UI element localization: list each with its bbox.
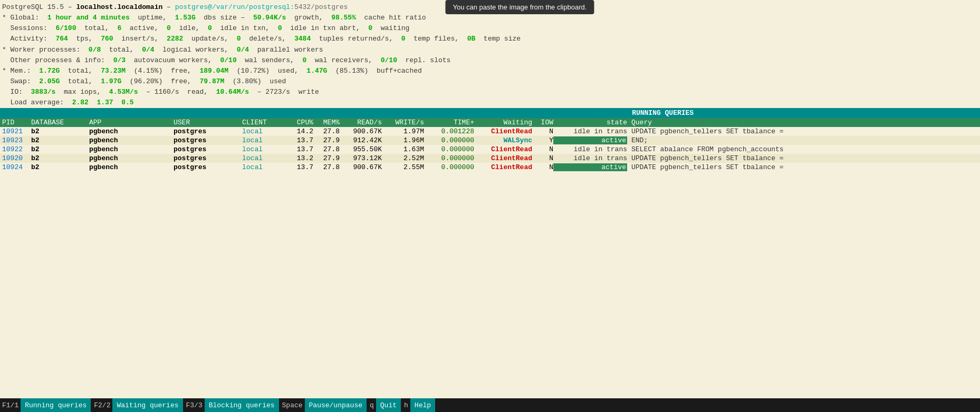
tooltip-text: You can paste the image from the clipboa… xyxy=(453,3,587,11)
table-row[interactable]: 10920b2pgbenchpostgreslocal13.227.9973.1… xyxy=(0,154,980,163)
cell-state: active xyxy=(553,163,627,171)
bottom-item-f3[interactable]: F3/3 Blocking queries xyxy=(184,398,280,412)
cell-iow: Y xyxy=(532,136,553,144)
cell-client: local xyxy=(242,154,284,162)
cell-query: UPDATE pgbench_tellers SET tbalance = xyxy=(627,163,944,171)
cell-time: 0.000000 xyxy=(424,145,474,153)
col-read: READ/s xyxy=(340,119,382,126)
table-body: 10921b2pgbenchpostgreslocal14.227.8900.6… xyxy=(0,127,980,172)
cell-write: 1.63M xyxy=(382,145,424,153)
cell-state: idle in trans xyxy=(553,154,627,162)
cell-cpu: 13.2 xyxy=(284,154,313,162)
key-q: q xyxy=(368,401,376,409)
cell-pid[interactable]: 10920 xyxy=(2,154,31,162)
cell-state: active xyxy=(553,136,627,144)
cell-waiting: WALSync xyxy=(474,136,532,144)
cell-cpu: 13.7 xyxy=(284,145,313,153)
cell-client: local xyxy=(242,136,284,144)
key-h: h xyxy=(402,401,410,409)
header-line5: * Worker processes: 0/8 total, 0/4 logic… xyxy=(0,45,980,55)
table-row[interactable]: 10922b2pgbenchpostgreslocal13.727.8955.5… xyxy=(0,145,980,154)
cell-waiting: ClientRead xyxy=(474,163,532,171)
col-state: state xyxy=(553,119,627,126)
cell-user: postgres xyxy=(174,136,242,144)
cell-pid[interactable]: 10923 xyxy=(2,136,31,144)
table-section-title: RUNNING QUERIES xyxy=(0,108,980,118)
bottom-item-q[interactable]: q Quit xyxy=(368,398,402,412)
header-line9: IO: 3883/s max iops, 4.53M/s – 1160/s re… xyxy=(0,87,980,97)
cell-read: 912.42K xyxy=(340,136,382,144)
col-time: TIME+ xyxy=(424,119,474,126)
label-blocking-queries: Blocking queries xyxy=(205,398,279,412)
table-row[interactable]: 10923b2pgbenchpostgreslocal13.727.9912.4… xyxy=(0,136,980,145)
bottom-bar: F1/1 Running queries F2/2 Waiting querie… xyxy=(0,398,980,412)
cell-mem: 27.9 xyxy=(313,154,340,162)
header-line2: * Global: 1 hour and 4 minutes uptime, 1… xyxy=(0,13,980,23)
cell-iow: N xyxy=(532,145,553,153)
cell-pid[interactable]: 10924 xyxy=(2,163,31,171)
table-row[interactable]: 10924b2pgbenchpostgreslocal13.727.8900.6… xyxy=(0,163,980,172)
cell-mem: 27.8 xyxy=(313,163,340,171)
label-running-queries: Running queries xyxy=(21,398,91,412)
cell-app: pgbench xyxy=(89,127,174,135)
cell-user: postgres xyxy=(174,154,242,162)
cell-read: 900.67K xyxy=(340,163,382,171)
cell-user: postgres xyxy=(174,145,242,153)
cell-iow: N xyxy=(532,127,553,135)
table-column-headers: PID DATABASE APP USER CLIENT CPU% MEM% R… xyxy=(0,118,980,127)
key-f1: F1/1 xyxy=(0,401,21,409)
col-app: APP xyxy=(89,119,174,126)
cell-user: postgres xyxy=(174,163,242,171)
cell-iow: N xyxy=(532,154,553,162)
bottom-item-h[interactable]: h Help xyxy=(402,398,436,412)
cell-cpu: 14.2 xyxy=(284,127,313,135)
key-f2: F2/2 xyxy=(92,401,112,409)
cell-iow: N xyxy=(532,163,553,171)
cell-database: b2 xyxy=(31,163,89,171)
cell-app: pgbench xyxy=(89,145,174,153)
cell-query: END; xyxy=(627,136,944,144)
cell-database: b2 xyxy=(31,127,89,135)
cell-database: b2 xyxy=(31,145,89,153)
cell-query: UPDATE pgbench_tellers SET tbalance = xyxy=(627,154,944,162)
col-query: Query xyxy=(627,119,785,126)
cell-read: 973.12K xyxy=(340,154,382,162)
cell-database: b2 xyxy=(31,154,89,162)
bottom-item-f1[interactable]: F1/1 Running queries xyxy=(0,398,92,412)
cell-app: pgbench xyxy=(89,136,174,144)
cell-waiting: ClientRead xyxy=(474,127,532,135)
cell-time: 0.000000 xyxy=(424,154,474,162)
bottom-item-f2[interactable]: F2/2 Waiting queries xyxy=(92,398,184,412)
col-client: CLIENT xyxy=(242,119,284,126)
cell-pid[interactable]: 10922 xyxy=(2,145,31,153)
cell-cpu: 13.7 xyxy=(284,163,313,171)
cell-pid[interactable]: 10921 xyxy=(2,127,31,135)
cell-query: UPDATE pgbench_tellers SET tbalance = xyxy=(627,127,944,135)
col-write: WRITE/s xyxy=(382,119,424,126)
key-space: Space xyxy=(280,401,305,409)
cell-write: 2.55M xyxy=(382,163,424,171)
cell-time: 0.000000 xyxy=(424,163,474,171)
cell-state: idle in trans xyxy=(553,145,627,153)
col-cpu: CPU% xyxy=(284,119,313,126)
cell-client: local xyxy=(242,127,284,135)
col-user: USER xyxy=(174,119,242,126)
cell-user: postgres xyxy=(174,127,242,135)
bottom-item-space[interactable]: Space Pause/unpause xyxy=(280,398,368,412)
cell-cpu: 13.7 xyxy=(284,136,313,144)
label-quit: Quit xyxy=(376,398,401,412)
cell-write: 1.96M xyxy=(382,136,424,144)
cell-mem: 27.9 xyxy=(313,136,340,144)
cell-state: idle in trans xyxy=(553,127,627,135)
cell-client: local xyxy=(242,145,284,153)
header-line6: Other processes & info: 0/3 autovacuum w… xyxy=(0,55,980,66)
cell-time: 0.000000 xyxy=(424,136,474,144)
cell-app: pgbench xyxy=(89,163,174,171)
table-row[interactable]: 10921b2pgbenchpostgreslocal14.227.8900.6… xyxy=(0,127,980,136)
key-f3: F3/3 xyxy=(184,401,205,409)
cell-waiting: ClientRead xyxy=(474,145,532,153)
label-pause: Pause/unpause xyxy=(305,398,367,412)
header-line10: Load average: 2.82 1.37 0.5 xyxy=(0,97,980,108)
label-waiting-queries: Waiting queries xyxy=(112,398,182,412)
cell-database: b2 xyxy=(31,136,89,144)
